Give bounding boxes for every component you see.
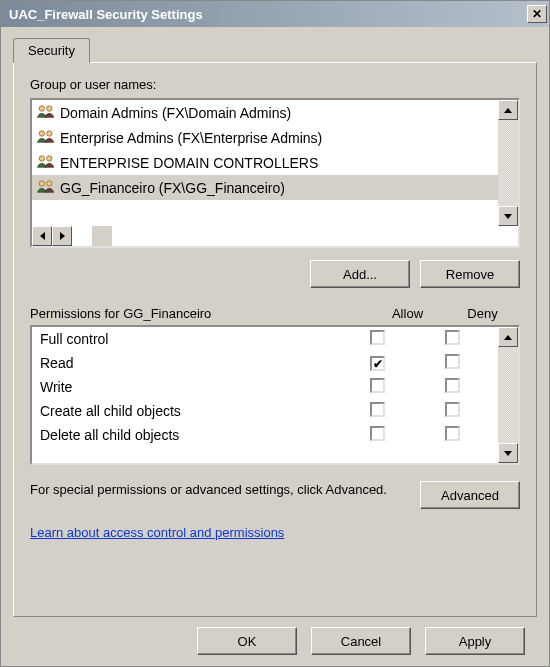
permission-name: Full control	[40, 331, 340, 347]
learn-link[interactable]: Learn about access control and permissio…	[30, 525, 520, 540]
group-vscrollbar[interactable]	[498, 100, 518, 226]
permission-row: Create all child objects	[32, 399, 498, 423]
group-icon	[36, 153, 56, 172]
advanced-hint-text: For special permissions or advanced sett…	[30, 481, 408, 499]
svg-point-6	[39, 181, 44, 186]
allow-checkbox[interactable]	[370, 402, 385, 417]
perm-vscrollbar[interactable]	[498, 327, 518, 463]
group-name: Enterprise Admins (FX\Enterprise Admins)	[60, 130, 322, 146]
svg-point-7	[47, 181, 52, 186]
group-name: Domain Admins (FX\Domain Admins)	[60, 105, 291, 121]
deny-checkbox[interactable]	[445, 354, 460, 369]
permission-name: Write	[40, 379, 340, 395]
window-title: UAC_Firewall Security Settings	[9, 7, 203, 22]
svg-point-1	[47, 106, 52, 111]
permission-row: Write	[32, 375, 498, 399]
tab-security[interactable]: Security	[13, 38, 90, 63]
permission-row: Full control	[32, 327, 498, 351]
scroll-down-button[interactable]	[498, 206, 518, 226]
allow-checkbox[interactable]	[370, 426, 385, 441]
chevron-up-icon	[504, 108, 512, 113]
group-name: ENTERPRISE DOMAIN CONTROLLERS	[60, 155, 318, 171]
perm-scroll-down-button[interactable]	[498, 443, 518, 463]
perm-scroll-up-button[interactable]	[498, 327, 518, 347]
group-hscrollbar[interactable]	[32, 226, 72, 246]
scroll-right-button[interactable]	[52, 226, 72, 246]
apply-button-label: Apply	[459, 634, 492, 649]
group-list-item[interactable]: ENTERPRISE DOMAIN CONTROLLERS	[32, 150, 498, 175]
svg-point-3	[47, 131, 52, 136]
ok-button-label: OK	[238, 634, 257, 649]
svg-point-4	[39, 156, 44, 161]
close-icon: ✕	[532, 7, 542, 21]
tab-strip: Security	[13, 37, 537, 62]
svg-point-0	[39, 106, 44, 111]
add-button[interactable]: Add...	[310, 260, 410, 288]
remove-button[interactable]: Remove	[420, 260, 520, 288]
add-button-label: Add...	[343, 267, 377, 282]
deny-checkbox[interactable]	[445, 330, 460, 345]
scroll-corner	[92, 226, 112, 246]
scroll-up-button[interactable]	[498, 100, 518, 120]
client-area: Security Group or user names: Domain Adm…	[1, 27, 549, 666]
group-list-item[interactable]: Domain Admins (FX\Domain Admins)	[32, 100, 498, 125]
allow-checkbox[interactable]	[370, 356, 385, 371]
permission-name: Delete all child objects	[40, 427, 340, 443]
cancel-button[interactable]: Cancel	[311, 627, 411, 655]
permissions-listbox: Full controlReadWriteCreate all child ob…	[30, 325, 520, 465]
deny-checkbox[interactable]	[445, 426, 460, 441]
group-icon	[36, 178, 56, 197]
close-button[interactable]: ✕	[527, 5, 547, 23]
chevron-down-icon	[504, 451, 512, 456]
learn-link-label: Learn about access control and permissio…	[30, 525, 284, 540]
group-listbox[interactable]: Domain Admins (FX\Domain Admins)Enterpri…	[30, 98, 520, 248]
advanced-button-label: Advanced	[441, 488, 499, 503]
window-frame: UAC_Firewall Security Settings ✕ Securit…	[0, 0, 550, 667]
deny-checkbox[interactable]	[445, 402, 460, 417]
allow-checkbox[interactable]	[370, 330, 385, 345]
chevron-up-icon	[504, 335, 512, 340]
allow-checkbox[interactable]	[370, 378, 385, 393]
chevron-down-icon	[504, 214, 512, 219]
chevron-left-icon	[40, 232, 45, 240]
group-icon	[36, 128, 56, 147]
tab-panel-security: Group or user names: Domain Admins (FX\D…	[13, 62, 537, 617]
group-icon	[36, 103, 56, 122]
cancel-button-label: Cancel	[341, 634, 381, 649]
apply-button[interactable]: Apply	[425, 627, 525, 655]
permission-name: Read	[40, 355, 340, 371]
tab-security-label: Security	[28, 43, 75, 58]
svg-point-5	[47, 156, 52, 161]
permission-row: Delete all child objects	[32, 423, 498, 447]
remove-button-label: Remove	[446, 267, 494, 282]
titlebar: UAC_Firewall Security Settings ✕	[1, 1, 549, 27]
ok-button[interactable]: OK	[197, 627, 297, 655]
permissions-header: Permissions for GG_Financeiro Allow Deny	[30, 306, 520, 321]
group-list-item[interactable]: GG_Financeiro (FX\GG_Financeiro)	[32, 175, 498, 200]
deny-column-header: Deny	[445, 306, 520, 321]
chevron-right-icon	[60, 232, 65, 240]
group-name: GG_Financeiro (FX\GG_Financeiro)	[60, 180, 285, 196]
permission-name: Create all child objects	[40, 403, 340, 419]
svg-point-2	[39, 131, 44, 136]
scroll-left-button[interactable]	[32, 226, 52, 246]
permissions-for-label: Permissions for GG_Financeiro	[30, 306, 370, 321]
advanced-button[interactable]: Advanced	[420, 481, 520, 509]
group-list-label: Group or user names:	[30, 77, 520, 92]
allow-column-header: Allow	[370, 306, 445, 321]
group-list-item[interactable]: Enterprise Admins (FX\Enterprise Admins)	[32, 125, 498, 150]
permission-row: Read	[32, 351, 498, 375]
deny-checkbox[interactable]	[445, 378, 460, 393]
